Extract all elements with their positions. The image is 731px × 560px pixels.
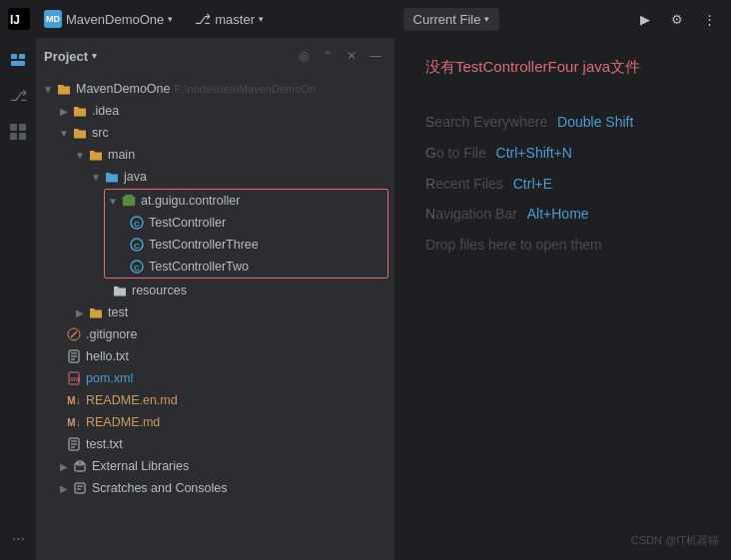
svg-text:C: C: [134, 220, 140, 229]
panel-header-actions: ◎ ⌃ ✕ —: [293, 45, 386, 67]
test-arrow: ▶: [72, 304, 88, 320]
project-selector[interactable]: MD MavenDemoOne ▾: [36, 6, 181, 32]
more-icon: ⋮: [703, 12, 716, 27]
title-bar: IJ MD MavenDemoOne ▾ ⎇ master ▾ Current …: [0, 0, 731, 38]
project-name: MavenDemoOne: [66, 12, 164, 27]
locate-button[interactable]: ◎: [293, 45, 315, 67]
settings-icon: ⚙: [671, 12, 683, 27]
java-arrow: ▼: [88, 169, 104, 185]
error-message: 没有TestControllerFour java文件: [425, 58, 640, 77]
hint-goto: Go to File Ctrl+Shift+N: [425, 138, 633, 169]
readme-label: README.md: [86, 415, 160, 429]
pom-space: [58, 370, 66, 386]
branch-selector[interactable]: ⎇ master ▾: [187, 7, 272, 31]
tc-label: TestController: [149, 216, 226, 230]
scratches-label: Scratches and Consoles: [92, 481, 228, 495]
txt-icon-2: [66, 436, 82, 452]
src-folder-icon: [72, 125, 88, 141]
svg-rect-31: [75, 483, 85, 493]
title-bar-actions: ▶ ⚙ ⋮: [631, 5, 723, 33]
settings-button[interactable]: ⚙: [663, 5, 691, 33]
tree-item-TestController[interactable]: C TestController: [105, 212, 387, 234]
sidebar-item-project[interactable]: [4, 46, 32, 74]
tree-item-hello[interactable]: hello.txt: [36, 345, 394, 367]
hint-search: Search Everywhere Double Shift: [425, 107, 633, 138]
branch-name: master: [215, 12, 255, 27]
tree-root[interactable]: ▼ MavenDemoOne F:\node\idea\MavenDemoOn: [36, 78, 394, 100]
class-icon-2: C: [129, 237, 145, 253]
tree-item-gitignore[interactable]: .gitignore: [36, 323, 394, 345]
hint-recent: Recent Files Ctrl+E: [425, 169, 633, 200]
tree-item-idea[interactable]: ▶ .idea: [36, 100, 394, 122]
lib-icon: [72, 458, 88, 474]
current-file-chevron: ▾: [484, 14, 489, 24]
hint-drop: Drop files here to open them: [425, 230, 633, 261]
svg-text:C: C: [134, 242, 140, 251]
tree-item-controller-pkg[interactable]: ▼ at.guigu.controller: [105, 190, 387, 212]
more-button[interactable]: ⋮: [695, 5, 723, 33]
close-panel-button[interactable]: ✕: [341, 45, 363, 67]
hint-recent-key: Ctrl+E: [513, 176, 552, 192]
tree-item-main[interactable]: ▼ main: [36, 144, 394, 166]
tree-item-resources[interactable]: resources: [36, 280, 394, 301]
root-folder-icon: [56, 81, 72, 97]
tree-item-test[interactable]: ▶ test: [36, 301, 394, 323]
idea-label: .idea: [92, 104, 119, 118]
readmeen-space: [58, 392, 66, 408]
run-button[interactable]: ▶: [631, 5, 659, 33]
git-space: [58, 326, 66, 342]
hello-space: [58, 348, 66, 364]
svg-rect-2: [11, 54, 17, 59]
more-dots-icon: ⋯: [12, 531, 25, 546]
svg-rect-10: [125, 195, 133, 199]
tree-item-java[interactable]: ▼ java: [36, 166, 394, 188]
tree-item-test-txt[interactable]: test.txt: [36, 433, 394, 455]
hint-list: Search Everywhere Double Shift Go to Fil…: [425, 107, 633, 261]
root-path: F:\node\idea\MavenDemoOn: [175, 83, 316, 95]
collapse-button[interactable]: ⌃: [317, 45, 339, 67]
ext-libs-label: External Libraries: [92, 459, 189, 473]
tree-item-pom[interactable]: XML pom.xml: [36, 367, 394, 389]
class-icon-1: C: [129, 215, 145, 231]
run-icon: ▶: [640, 12, 650, 27]
icon-sidebar: ⎇ ⋯: [0, 38, 36, 560]
readmeen-label: README.en.md: [86, 393, 178, 407]
tcw-arrow: [121, 259, 129, 275]
sidebar-item-structure[interactable]: [4, 118, 32, 146]
tree-item-scratches[interactable]: ▶ Scratches and Consoles: [36, 477, 394, 499]
tree-item-ext-libs[interactable]: ▶ External Libraries: [36, 455, 394, 477]
hint-search-prefix: S: [425, 114, 434, 130]
main-layout: ⎇ ⋯ Project ▾ ◎ ⌃ ✕ —: [0, 38, 731, 560]
gitignore-label: .gitignore: [86, 327, 137, 341]
hint-goto-key: Ctrl+Shift+N: [496, 145, 572, 161]
minimize-panel-button[interactable]: —: [365, 45, 386, 67]
tree-item-TestControllerThree[interactable]: C TestControllerThree: [105, 234, 387, 256]
project-panel: Project ▾ ◎ ⌃ ✕ — ▼ MavenDemoOne F:\: [36, 38, 395, 560]
tree-item-readme-en[interactable]: M↓ README.en.md: [36, 389, 394, 411]
java-folder-icon: [104, 169, 120, 185]
tree-item-src[interactable]: ▼ src: [36, 122, 394, 144]
current-file-selector[interactable]: Current File ▾: [403, 8, 500, 31]
ext-arrow: ▶: [56, 458, 72, 474]
svg-text:IJ: IJ: [10, 13, 20, 27]
svg-rect-7: [10, 133, 17, 140]
tree-item-readme[interactable]: M↓ README.md: [36, 411, 394, 433]
panel-title[interactable]: Project ▾: [44, 49, 97, 64]
editor-area: 没有TestControllerFour java文件 Search Every…: [395, 38, 731, 560]
svg-rect-4: [19, 54, 25, 59]
md-icon-2: M↓: [66, 414, 82, 430]
testtxt-space: [58, 436, 66, 452]
sidebar-item-more[interactable]: ⋯: [4, 524, 32, 552]
hint-recent-prefix: R: [425, 176, 435, 192]
tree-item-TestControllerTwo[interactable]: C TestControllerTwo: [105, 256, 387, 278]
svg-text:XML: XML: [70, 376, 80, 382]
scratches-arrow: ▶: [56, 480, 72, 496]
res-folder-icon: [112, 282, 128, 298]
sidebar-item-git[interactable]: ⎇: [4, 82, 32, 110]
svg-rect-8: [19, 133, 26, 140]
current-file-label: Current File: [413, 12, 481, 27]
src-label: src: [92, 126, 109, 140]
res-label: resources: [132, 283, 187, 297]
java-label: java: [124, 170, 147, 184]
branch-chevron: ▾: [259, 14, 264, 24]
